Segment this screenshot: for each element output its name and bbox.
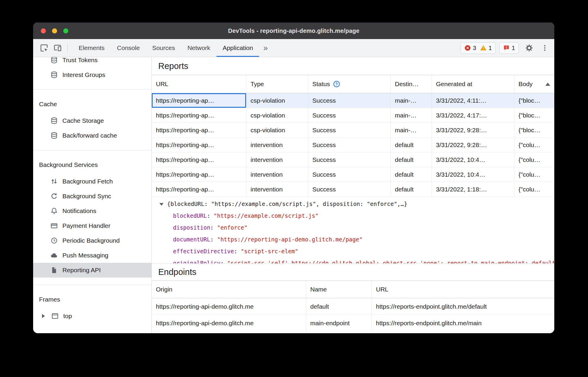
endpoint-cell-url[interactable]: https://reports-endpoint.glitch.me/defau…: [372, 298, 554, 315]
report-cell-type[interactable]: csp-violation: [246, 93, 308, 108]
settings-button[interactable]: [522, 41, 536, 55]
column-header-body[interactable]: Body: [514, 75, 554, 93]
report-cell-body[interactable]: {"colu…: [514, 152, 554, 167]
zoom-window-button[interactable]: [63, 28, 68, 33]
json-summary-line[interactable]: {blockedURL: "https://example.com/script…: [159, 198, 554, 210]
report-row[interactable]: https://reporting-ap… intervention Succe…: [152, 182, 554, 197]
sidebar-item-periodic-background-sync[interactable]: Periodic Background: [33, 233, 151, 248]
report-cell-status[interactable]: Success: [308, 93, 391, 108]
column-header-destination[interactable]: Destin…: [391, 75, 432, 93]
column-header-status[interactable]: Status ?: [308, 75, 391, 93]
report-cell-generated-at[interactable]: 3/31/2022, 10:4…: [432, 167, 514, 182]
more-tabs-button[interactable]: »: [259, 39, 272, 57]
sidebar-item-back-forward-cache[interactable]: Back/forward cache: [33, 128, 151, 143]
report-cell-body[interactable]: {"colu…: [514, 182, 554, 196]
report-cell-type[interactable]: csp-violation: [246, 123, 308, 137]
report-cell-url[interactable]: https://reporting-ap…: [152, 138, 246, 152]
report-cell-generated-at[interactable]: 3/31/2022, 10:4…: [432, 152, 514, 167]
report-cell-body[interactable]: {"colu…: [514, 138, 554, 152]
report-cell-status[interactable]: Success: [308, 123, 391, 137]
report-row[interactable]: https://reporting-ap… intervention Succe…: [152, 152, 554, 167]
status-help-icon[interactable]: ?: [333, 80, 340, 88]
sidebar-item-payment-handler[interactable]: Payment Handler: [33, 218, 151, 233]
column-header-origin[interactable]: Origin: [152, 281, 306, 298]
device-toolbar-button[interactable]: [51, 41, 64, 55]
report-cell-type[interactable]: intervention: [246, 167, 308, 182]
endpoint-cell-name[interactable]: default: [306, 298, 372, 315]
report-cell-status[interactable]: Success: [308, 182, 391, 196]
close-window-button[interactable]: [41, 28, 46, 33]
sidebar-item-push-messaging[interactable]: Push Messaging: [33, 248, 151, 263]
more-options-button[interactable]: [539, 41, 550, 55]
column-header-type[interactable]: Type: [246, 75, 308, 93]
endpoint-row[interactable]: https://reporting-api-demo.glitch.me mai…: [152, 315, 554, 331]
endpoint-cell-origin[interactable]: https://reporting-api-demo.glitch.me: [152, 315, 306, 331]
sidebar-item-background-sync[interactable]: Background Sync: [33, 189, 151, 204]
endpoint-cell-name[interactable]: main-endpoint: [306, 315, 372, 331]
sidebar-item-cache-storage[interactable]: Cache Storage: [33, 113, 151, 128]
tab-console[interactable]: Console: [111, 39, 146, 57]
report-cell-type[interactable]: intervention: [246, 138, 308, 152]
column-header-generated-at[interactable]: Generated at: [432, 75, 514, 93]
report-cell-body[interactable]: {"colu…: [514, 167, 554, 182]
expand-triangle-icon[interactable]: [42, 314, 45, 318]
column-header-url[interactable]: URL: [152, 75, 246, 93]
sidebar-item-reporting-api[interactable]: Reporting API: [33, 263, 151, 278]
tab-network[interactable]: Network: [181, 39, 217, 57]
report-cell-status[interactable]: Success: [308, 108, 391, 123]
report-cell-generated-at[interactable]: 3/31/2022, 9:28:…: [432, 138, 514, 152]
report-row[interactable]: https://reporting-ap… csp-violation Succ…: [152, 93, 554, 108]
column-header-endpoint-url[interactable]: URL: [372, 281, 554, 298]
report-cell-url[interactable]: https://reporting-ap…: [152, 167, 246, 182]
report-cell-destination[interactable]: default: [391, 138, 432, 152]
disclosure-triangle-icon[interactable]: [159, 203, 164, 206]
report-cell-destination[interactable]: default: [391, 182, 432, 196]
report-cell-status[interactable]: Success: [308, 167, 391, 182]
console-status-badge[interactable]: 3 1: [461, 42, 496, 54]
report-cell-status[interactable]: Success: [308, 152, 391, 167]
report-cell-destination[interactable]: default: [391, 167, 432, 182]
report-cell-url[interactable]: https://reporting-ap…: [152, 108, 246, 123]
inspect-element-button[interactable]: [37, 41, 51, 55]
report-cell-generated-at[interactable]: 3/31/2022, 4:11:…: [432, 93, 514, 108]
sidebar-item-background-fetch[interactable]: Background Fetch: [33, 174, 151, 189]
endpoint-cell-origin[interactable]: https://reporting-api-demo.glitch.me: [152, 298, 306, 315]
tab-elements[interactable]: Elements: [72, 39, 111, 57]
report-cell-generated-at[interactable]: 3/31/2022, 1:18:…: [432, 182, 514, 196]
endpoint-row[interactable]: https://reporting-api-demo.glitch.me def…: [152, 298, 554, 315]
report-cell-body[interactable]: {"bloc…: [514, 108, 554, 123]
sidebar-item-top-frame[interactable]: top: [33, 309, 151, 323]
column-header-name[interactable]: Name: [306, 281, 372, 298]
issues-badge[interactable]: 1: [499, 42, 519, 54]
report-cell-destination[interactable]: main-…: [391, 123, 432, 137]
report-row[interactable]: https://reporting-ap… csp-violation Succ…: [152, 108, 554, 123]
endpoint-cell-url[interactable]: https://reports-endpoint.glitch.me/main: [372, 315, 554, 331]
report-cell-type[interactable]: intervention: [246, 152, 308, 167]
minimize-window-button[interactable]: [52, 28, 57, 33]
report-cell-url[interactable]: https://reporting-ap…: [152, 152, 246, 167]
report-row[interactable]: https://reporting-ap… intervention Succe…: [152, 167, 554, 182]
report-cell-url[interactable]: https://reporting-ap…: [152, 123, 246, 137]
sidebar-item-notifications[interactable]: Notifications: [33, 204, 151, 218]
devtools-window: DevTools - reporting-api-demo.glitch.me/…: [33, 22, 554, 333]
report-cell-destination[interactable]: main-…: [391, 93, 432, 108]
report-cell-destination[interactable]: default: [391, 152, 432, 167]
report-cell-body[interactable]: {"bloc…: [514, 123, 554, 137]
report-cell-status[interactable]: Success: [308, 138, 391, 152]
report-cell-generated-at[interactable]: 3/31/2022, 4:17:…: [432, 108, 514, 123]
svg-text:?: ?: [335, 82, 337, 86]
report-row[interactable]: https://reporting-ap… csp-violation Succ…: [152, 123, 554, 138]
report-cell-destination[interactable]: main-…: [391, 108, 432, 123]
report-cell-url[interactable]: https://reporting-ap…: [152, 93, 246, 108]
sidebar-item-interest-groups[interactable]: Interest Groups: [33, 67, 151, 82]
report-cell-generated-at[interactable]: 3/31/2022, 9:28:…: [432, 123, 514, 137]
tab-application[interactable]: Application: [217, 39, 259, 57]
json-property-line: effectiveDirective: "script-src-elem": [159, 245, 554, 257]
report-cell-url[interactable]: https://reporting-ap…: [152, 182, 246, 196]
report-cell-type[interactable]: intervention: [246, 182, 308, 196]
tab-sources[interactable]: Sources: [146, 39, 181, 57]
report-cell-type[interactable]: csp-violation: [246, 108, 308, 123]
report-row[interactable]: https://reporting-ap… intervention Succe…: [152, 138, 554, 152]
sidebar-item-trust-tokens[interactable]: Trust Tokens: [33, 57, 151, 67]
report-cell-body[interactable]: {"bloc…: [514, 93, 554, 108]
